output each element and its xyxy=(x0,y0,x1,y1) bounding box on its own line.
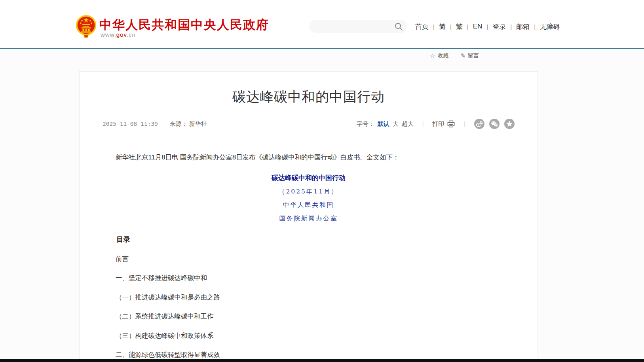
toc-line: 二、能源绿色低碳转型取得显著成效 xyxy=(103,351,515,359)
document-org-line2: 国务院新闻办公室 xyxy=(103,214,515,223)
viewport-bottom-edge xyxy=(0,359,644,362)
nav-english[interactable]: EN xyxy=(469,23,487,30)
toc-line: 一、坚定不移推进碳达峰碳中和 xyxy=(103,274,515,282)
search-icon xyxy=(394,22,403,31)
url-gov: gov xyxy=(116,31,127,38)
url-www: www. xyxy=(101,31,116,38)
font-size-xlarge[interactable]: 超大 xyxy=(402,120,414,128)
site-header: 中华人民共和国中央人民政府 www.gov.cn 首页 | 简 | 繁 | EN… xyxy=(0,0,644,48)
article-card: 碳达峰碳中和的中国行动 2025-11-08 11:39 来源： 新华社 字号：… xyxy=(79,71,538,362)
nav-simplified[interactable]: 简 xyxy=(435,22,450,31)
wechat-icon xyxy=(490,119,499,128)
share-wechat-button[interactable] xyxy=(489,119,500,129)
toc-line: （二）系统推进碳达峰碳中和工作 xyxy=(103,312,515,321)
share-qzone-button[interactable] xyxy=(504,119,515,129)
comment-label: 留言 xyxy=(468,52,479,59)
quick-actions: ☆ 收藏 ✎ 留言 xyxy=(430,52,479,59)
font-size-large[interactable]: 大 xyxy=(393,120,399,128)
toolbar-separator: | xyxy=(455,121,474,127)
nav-home[interactable]: 首页 xyxy=(411,22,433,31)
toc-line: 前言 xyxy=(103,255,515,263)
comment-button[interactable]: ✎ 留言 xyxy=(460,52,479,59)
source-value[interactable]: 新华社 xyxy=(189,120,207,127)
search-input[interactable] xyxy=(309,20,407,33)
nav-mail[interactable]: 邮箱 xyxy=(512,22,534,31)
toolbar-separator: | xyxy=(414,121,433,127)
source-label: 来源： xyxy=(170,120,188,127)
font-size-label: 字号： xyxy=(357,120,374,128)
print-button[interactable]: 打印 xyxy=(432,120,455,128)
meta-left: 2025-11-08 11:39 来源： 新华社 xyxy=(103,120,207,128)
qzone-star-icon xyxy=(505,119,514,128)
document-org-line1: 中华人民共和国 xyxy=(103,201,515,209)
star-icon: ☆ xyxy=(430,52,435,59)
national-emblem-logo[interactable] xyxy=(75,15,97,39)
favorite-button[interactable]: ☆ 收藏 xyxy=(430,52,448,59)
document-date: （2025年11月） xyxy=(103,188,515,196)
weibo-icon xyxy=(475,119,484,128)
toc-heading: 目录 xyxy=(103,235,515,244)
article-title: 碳达峰碳中和的中国行动 xyxy=(80,88,538,106)
document-title: 碳达峰碳中和的中国行动 xyxy=(103,173,515,182)
article-meta-row: 2025-11-08 11:39 来源： 新华社 字号： 默认 大 超大 | 打… xyxy=(103,119,515,129)
search-box xyxy=(309,20,407,33)
nav-login[interactable]: 登录 xyxy=(488,22,510,31)
share-weibo-button[interactable] xyxy=(474,119,484,129)
article-body: 新华社北京11月8日电 国务院新闻办公室8日发布《碳达峰碳中和的中国行动》白皮书… xyxy=(80,153,538,362)
print-label: 打印 xyxy=(432,120,444,128)
toc-line: （一）推进碳达峰碳中和是必由之路 xyxy=(103,293,515,302)
top-navigation: 首页 | 简 | 繁 | EN | 登录 | 邮箱 | 无障碍 xyxy=(411,21,564,32)
printer-icon xyxy=(447,120,455,128)
favorite-label: 收藏 xyxy=(437,52,448,59)
site-url[interactable]: www.gov.cn xyxy=(101,31,136,38)
page-background: ☆ 收藏 ✎ 留言 碳达峰碳中和的中国行动 2025-11-08 11:39 来… xyxy=(0,49,644,362)
nav-accessibility[interactable]: 无障碍 xyxy=(536,22,564,31)
meta-toolbar: 字号： 默认 大 超大 | 打印 | xyxy=(357,119,515,129)
site-title[interactable]: 中华人民共和国中央人民政府 xyxy=(99,17,269,33)
pencil-icon: ✎ xyxy=(460,52,465,59)
toc-line: （三）构建碳达峰碳中和政策体系 xyxy=(103,332,515,340)
publish-date: 2025-11-08 11:39 xyxy=(103,121,158,127)
meta-divider-line xyxy=(103,135,515,135)
intro-paragraph: 新华社北京11月8日电 国务院新闻办公室8日发布《碳达峰碳中和的中国行动》白皮书… xyxy=(103,153,515,162)
source: 来源： 新华社 xyxy=(170,120,207,128)
share-buttons xyxy=(474,119,515,129)
font-size-default[interactable]: 默认 xyxy=(378,120,389,128)
url-cn: .cn xyxy=(127,31,136,38)
nav-traditional[interactable]: 繁 xyxy=(452,22,467,31)
search-button[interactable] xyxy=(394,22,403,31)
